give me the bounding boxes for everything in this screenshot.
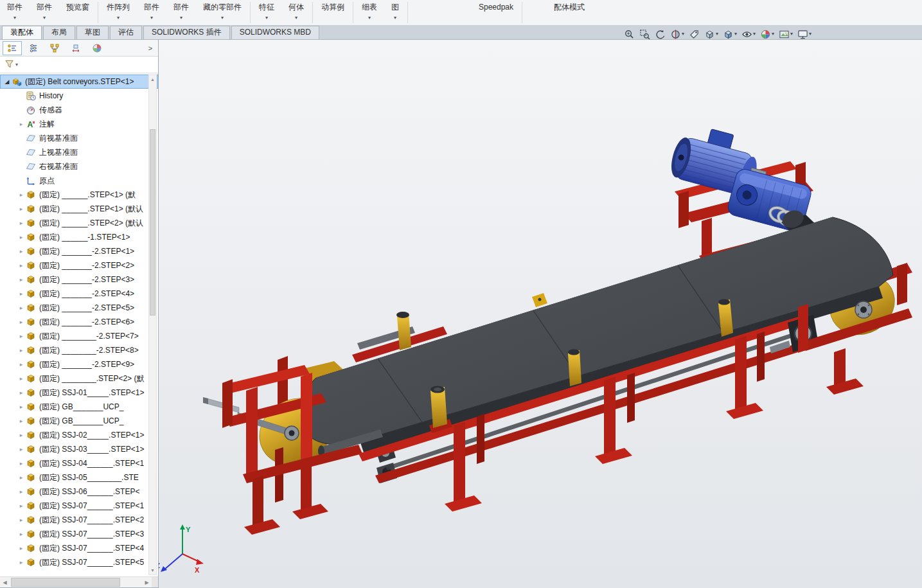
expand-arrow-icon[interactable]: ▸	[17, 446, 26, 452]
panel-tab-propertymanager[interactable]	[24, 41, 43, 55]
scroll-thumb[interactable]	[11, 578, 120, 587]
expand-arrow-icon[interactable]: ▸	[17, 559, 26, 566]
zoom-fit-button[interactable]	[624, 29, 635, 40]
dropdown-caret-icon[interactable]: ▾	[772, 31, 774, 37]
expand-arrow-icon[interactable]: ▸	[17, 517, 26, 523]
tree-item[interactable]: ▸(固定) SSJ-06______.STEP<	[0, 485, 158, 499]
ribbon-button[interactable]: 藏的零部件▾	[196, 0, 249, 25]
tab-SOLIDWORKS MBD[interactable]: SOLIDWORKS MBD	[231, 26, 319, 39]
tree-item[interactable]: ▸(固定) SSJ-05________.STE	[0, 470, 158, 485]
tree-item[interactable]: ▸(固定) GB_______UCP_	[0, 414, 158, 428]
expand-arrow-icon[interactable]: ▸	[17, 347, 26, 353]
tree-item[interactable]: ▸(固定) SSJ-03_____.STEP<1>	[0, 442, 158, 456]
expand-arrow-icon[interactable]: ▸	[17, 248, 26, 254]
expand-arrow-icon[interactable]: ▸	[17, 432, 26, 438]
expand-arrow-icon[interactable]: ▸	[17, 276, 26, 283]
ribbon-button[interactable]: 预览窗	[59, 0, 96, 25]
dropdown-caret-icon[interactable]: ▾	[753, 31, 756, 37]
expand-arrow-icon[interactable]: ▸	[17, 404, 26, 410]
edit-appearance-button[interactable]: ▾	[760, 29, 774, 40]
scroll-down-icon[interactable]: ▼	[149, 566, 156, 575]
expand-arrow-icon[interactable]: ▸	[17, 545, 26, 551]
view-settings-button[interactable]: ▾	[797, 29, 811, 40]
tree-item[interactable]: ▸(固定) _______-2.STEP<6>	[0, 315, 158, 329]
expand-arrow-icon[interactable]: ▸	[17, 220, 26, 226]
ribbon-button[interactable]: 图▾	[384, 0, 406, 25]
dropdown-caret-icon[interactable]: ▾	[734, 31, 737, 37]
ribbon-button[interactable]: 何体▾	[281, 0, 311, 25]
scroll-up-icon[interactable]: ▲	[149, 75, 156, 84]
ribbon-button[interactable]: 动算例	[314, 0, 351, 25]
tree-item[interactable]: ▸(固定) SSJ-07______.STEP<3	[0, 527, 158, 541]
ribbon-button[interactable]: 部件▾	[137, 0, 166, 25]
hide-show-items-button[interactable]: ▾	[741, 29, 756, 40]
filter-icon[interactable]	[4, 59, 14, 71]
expand-arrow-icon[interactable]: ▸	[17, 503, 26, 509]
expand-arrow-icon[interactable]: ▸	[17, 333, 26, 339]
tree-item[interactable]: ▸(固定) ______-1.STEP<1>	[0, 230, 158, 244]
tree-item[interactable]: ▸(固定) ________.STEP<2> (默	[0, 371, 158, 386]
expand-arrow-icon[interactable]: ▸	[17, 531, 26, 537]
expand-arrow-icon[interactable]: ▸	[17, 418, 26, 424]
tree-item[interactable]: ▸(固定) ______.STEP<1> (默认	[0, 202, 158, 216]
expand-arrow-icon[interactable]: ◢	[3, 78, 12, 85]
view-orientation-button[interactable]: ▾	[704, 29, 718, 40]
tree-item[interactable]: ▸(固定) SSJ-02_____.STEP<1>	[0, 428, 158, 442]
tree-item[interactable]: ▸(固定) _______-2.STEP<5>	[0, 301, 158, 315]
panel-tab-featuremanager[interactable]	[3, 41, 22, 55]
tree-item[interactable]: 右视基准面	[0, 159, 158, 174]
tree-item[interactable]: ▸(固定) SSJ-07______.STEP<4	[0, 541, 158, 555]
expand-arrow-icon[interactable]: ▸	[17, 319, 26, 325]
ribbon-button[interactable]: Speedpak	[472, 0, 520, 25]
tree-item[interactable]: ▸A注解	[0, 117, 158, 131]
dropdown-caret-icon[interactable]: ▾	[716, 31, 718, 37]
tree-item[interactable]: ▸(固定) GB_______UCP_	[0, 400, 158, 414]
tree-item[interactable]: ▸(固定) ________-2.STEP<8>	[0, 343, 158, 357]
ribbon-button[interactable]: 部件▾	[166, 0, 196, 25]
tree-root-item[interactable]: ◢ (固定) Belt conveyors.STEP<1>	[0, 75, 158, 89]
expand-arrow-icon[interactable]: ▸	[17, 290, 26, 297]
expand-arrow-icon[interactable]: ▸	[17, 361, 26, 368]
expand-arrow-icon[interactable]: ▸	[17, 234, 26, 240]
tree-item[interactable]: ▸(固定) ______.STEP<1> (默	[0, 188, 158, 202]
scroll-left-icon[interactable]: ◀	[0, 577, 10, 587]
expand-arrow-icon[interactable]: ▸	[17, 474, 26, 481]
tree-item[interactable]: ▸(固定) SSJ-07______.STEP<5	[0, 555, 158, 569]
tab-布局[interactable]: 布局	[43, 26, 75, 39]
dropdown-caret-icon[interactable]: ▾	[809, 31, 811, 37]
section-view-button[interactable]: ▾	[670, 29, 684, 40]
ribbon-button[interactable]: 件阵列▾	[100, 0, 137, 25]
panel-tab-displaymanager[interactable]	[87, 41, 107, 55]
scroll-right-icon[interactable]: ▶	[142, 577, 152, 587]
apply-scene-button[interactable]: ▾	[779, 29, 793, 40]
tree-item[interactable]: ▸(固定) _______-2.STEP<4>	[0, 287, 158, 301]
ribbon-button[interactable]: 部件▾	[30, 0, 59, 25]
tree-item[interactable]: 传感器	[0, 103, 158, 117]
tree-item[interactable]: ▸(固定) SSJ-04______.STEP<1	[0, 456, 158, 470]
tree-item[interactable]: ▸(固定) SSJ-01_____.STEP<1>	[0, 386, 158, 400]
tab-评估[interactable]: 评估	[110, 26, 142, 39]
expand-arrow-icon[interactable]: ▸	[17, 192, 26, 198]
tree-vertical-scrollbar[interactable]: ▲ ▼	[148, 75, 157, 575]
tree-item[interactable]: ▸(固定) SSJ-07______.STEP<2	[0, 513, 158, 527]
tree-item[interactable]: 原点	[0, 174, 158, 188]
zoom-area-button[interactable]	[639, 29, 650, 40]
expand-arrow-icon[interactable]: ▸	[17, 121, 26, 127]
tree-item[interactable]: 前视基准面	[0, 131, 158, 145]
expand-arrow-icon[interactable]: ▸	[17, 460, 26, 467]
expand-arrow-icon[interactable]: ▸	[17, 305, 26, 311]
expand-arrow-icon[interactable]: ▸	[17, 206, 26, 212]
tree-item[interactable]: 上视基准面	[0, 145, 158, 159]
panel-tab-dimxpertmanager[interactable]	[66, 41, 85, 55]
panel-tab-configurationmanager[interactable]	[45, 41, 64, 55]
tree-item[interactable]: ▸(固定) SSJ-07______.STEP<1	[0, 499, 158, 513]
tree-item[interactable]: ▸(固定) _______-2.STEP<9>	[0, 357, 158, 371]
tab-草图[interactable]: 草图	[76, 26, 109, 39]
panel-expand-chevron-icon[interactable]: >	[145, 42, 155, 54]
tree-item[interactable]: ▸(固定) _______-2.STEP<1>	[0, 244, 158, 258]
display-style-button[interactable]: ▾	[723, 29, 737, 40]
annotation-view-button[interactable]	[689, 29, 700, 40]
tab-装配体[interactable]: 装配体	[2, 26, 42, 39]
expand-arrow-icon[interactable]: ▸	[17, 375, 26, 382]
expand-arrow-icon[interactable]: ▸	[17, 389, 26, 396]
